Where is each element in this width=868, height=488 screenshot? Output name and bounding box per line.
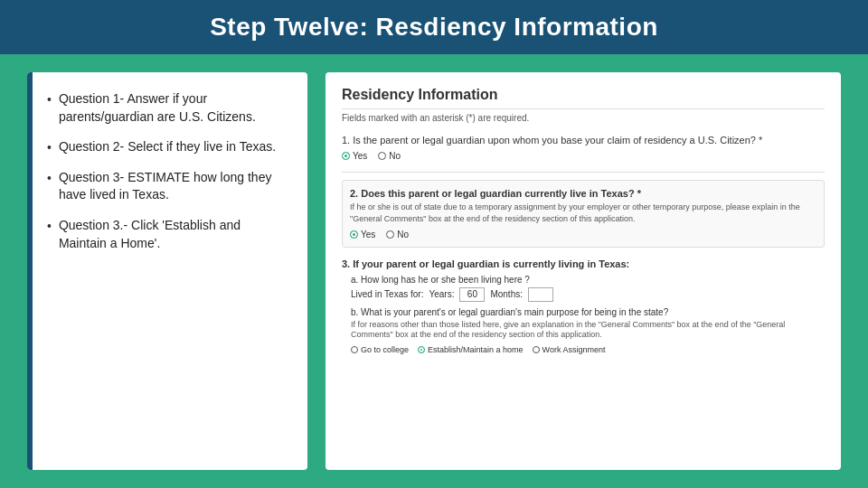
bullet-text-1: Question 1- Answer if your parents/guard…	[59, 90, 291, 126]
sub-b-label: b. What is your parent's or legal guardi…	[351, 307, 825, 317]
form-subtitle: Fields marked with an asterisk (*) are r…	[342, 113, 825, 123]
q1-radio-group: Yes No	[342, 151, 825, 161]
sub-question-b: b. What is your parent's or legal guardi…	[351, 307, 825, 354]
sub-question-a: a. How long has he or she been living he…	[351, 275, 825, 302]
list-item: • Question 1- Answer if your parents/gua…	[36, 90, 291, 126]
list-item: • Question 2- Select if they live in Tex…	[36, 138, 291, 156]
left-panel: • Question 1- Answer if your parents/gua…	[27, 72, 307, 470]
list-item: • Question 3.- Click 'Establish and Main…	[36, 217, 291, 252]
form-question-3: 3. If your parent or legal guardian is c…	[342, 258, 825, 354]
q1-yes-radio[interactable]	[342, 152, 350, 160]
q2-radio-group: Yes No	[350, 230, 816, 239]
sub-b-note: If for reasons other than those listed h…	[351, 320, 825, 341]
months-input[interactable]	[528, 287, 553, 302]
q3-label: 3. If your parent or legal guardian is c…	[342, 258, 825, 269]
lived-in-texas-row: Lived in Texas for: Years: 60 Months:	[351, 287, 825, 302]
home-label: Establish/Maintain a home	[428, 345, 524, 354]
bullet-icon: •	[47, 92, 52, 107]
q1-label: 1. Is the parent or legal guardian upon …	[342, 134, 825, 147]
years-label: Years:	[429, 289, 454, 299]
work-label: Work Assignment	[542, 345, 606, 354]
form-title: Residency Information	[342, 87, 825, 109]
form-question-1: 1. Is the parent or legal guardian upon …	[342, 134, 825, 161]
list-item: • Question 3- ESTIMATE how long they hav…	[36, 169, 291, 204]
sub-b-work-assignment[interactable]: Work Assignment	[533, 345, 606, 354]
months-label: Months:	[490, 289, 523, 299]
college-radio[interactable]	[351, 346, 358, 353]
lived-label: Lived in Texas for:	[351, 289, 423, 299]
q2-note: If he or she is out of state due to a te…	[350, 202, 816, 224]
divider-1	[342, 172, 825, 173]
work-radio[interactable]	[533, 346, 540, 353]
bullet-icon: •	[47, 219, 52, 233]
bullet-text-4: Question 3.- Click 'Establish and Mainta…	[59, 217, 291, 252]
q2-yes-label: Yes	[361, 230, 375, 239]
q2-no-option[interactable]: No	[386, 230, 409, 239]
sub-a-label: a. How long has he or she been living he…	[351, 275, 825, 285]
college-label: Go to college	[361, 345, 409, 354]
q2-yes-option[interactable]: Yes	[350, 230, 375, 239]
home-radio[interactable]	[418, 346, 425, 353]
q1-yes-option[interactable]: Yes	[342, 151, 367, 161]
q2-no-radio[interactable]	[386, 230, 394, 239]
page-title: Step Twelve: Resdiency Information	[27, 13, 841, 42]
q2-no-label: No	[397, 230, 409, 239]
sub-b-go-college[interactable]: Go to college	[351, 345, 409, 354]
right-panel: Residency Information Fields marked with…	[326, 72, 841, 470]
sub-b-radio-group: Go to college Establish/Maintain a home …	[351, 345, 825, 354]
q1-no-radio[interactable]	[378, 152, 386, 160]
bullet-text-3: Question 3- ESTIMATE how long they have …	[59, 169, 291, 204]
page-header: Step Twelve: Resdiency Information	[0, 0, 868, 54]
q2-yes-radio[interactable]	[350, 230, 358, 239]
q2-label: 2. Does this parent or legal guardian cu…	[350, 188, 816, 199]
q1-no-option[interactable]: No	[378, 151, 401, 161]
q1-yes-label: Yes	[353, 151, 367, 161]
form-question-2: 2. Does this parent or legal guardian cu…	[342, 180, 825, 247]
page-wrapper: Step Twelve: Resdiency Information • Que…	[0, 0, 868, 488]
years-input[interactable]: 60	[459, 287, 485, 302]
sub-b-establish-home[interactable]: Establish/Maintain a home	[418, 345, 524, 354]
bullet-icon: •	[47, 171, 52, 185]
bullet-text-2: Question 2- Select if they live in Texas…	[59, 138, 276, 156]
bullet-icon: •	[47, 140, 52, 155]
content-area: • Question 1- Answer if your parents/gua…	[0, 54, 868, 488]
q1-no-label: No	[389, 151, 401, 161]
